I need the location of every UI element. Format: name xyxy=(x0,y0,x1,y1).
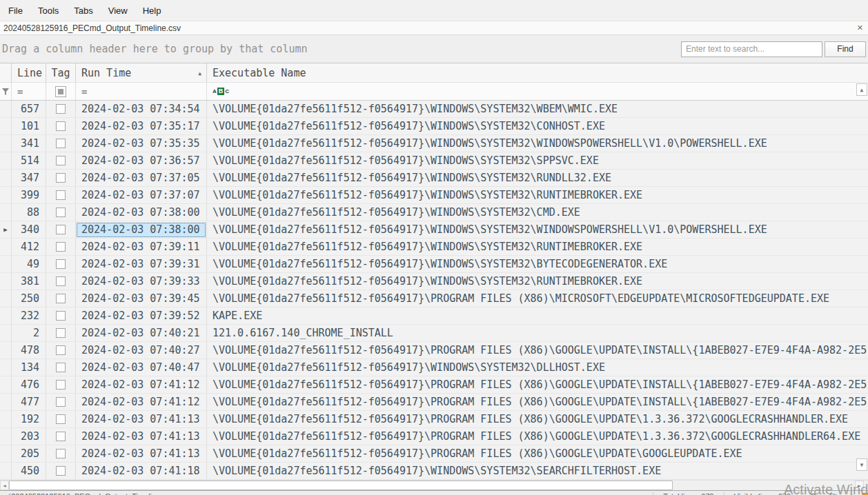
run-time-cell[interactable]: 2024-02-03 07:37:05 xyxy=(76,170,207,186)
run-time-cell[interactable]: 2024-02-03 07:35:35 xyxy=(76,135,207,152)
table-row[interactable]: 399 2024-02-03 07:37:07 \VOLUME{01da27fe… xyxy=(0,187,868,204)
scroll-left-button[interactable]: ◄ xyxy=(0,481,9,490)
table-row[interactable]: 203 2024-02-03 07:41:13 \VOLUME{01da27fe… xyxy=(0,428,868,445)
table-row[interactable]: 88 2024-02-03 07:38:00 \VOLUME{01da27fe5… xyxy=(0,204,868,221)
table-row[interactable]: 192 2024-02-03 07:41:13 \VOLUME{01da27fe… xyxy=(0,411,868,428)
tag-checkbox[interactable] xyxy=(56,104,66,114)
run-time-cell[interactable]: 2024-02-03 07:39:33 xyxy=(76,273,207,290)
run-time-cell[interactable]: 2024-02-03 07:38:00 xyxy=(76,221,207,238)
run-time-cell[interactable]: 2024-02-03 07:41:13 xyxy=(76,411,207,427)
run-time-cell[interactable]: 2024-02-03 07:41:18 xyxy=(76,463,207,479)
run-time-value: 2024-02-03 07:41:12 xyxy=(77,395,206,410)
table-row[interactable]: 381 2024-02-03 07:39:33 \VOLUME{01da27fe… xyxy=(0,273,868,290)
horizontal-scroll-track[interactable] xyxy=(673,481,855,490)
run-time-cell[interactable]: 2024-02-03 07:34:54 xyxy=(76,101,207,117)
table-row[interactable]: ▶ 340 2024-02-03 07:38:00 \VOLUME{01da27… xyxy=(0,221,868,239)
run-time-cell[interactable]: 2024-02-03 07:38:00 xyxy=(76,204,207,221)
tag-checkbox[interactable] xyxy=(56,311,66,321)
row-indicator-gutter xyxy=(0,428,12,445)
tag-checkbox[interactable] xyxy=(56,156,66,165)
table-row[interactable]: 476 2024-02-03 07:41:12 \VOLUME{01da27fe… xyxy=(0,376,868,394)
run-time-cell[interactable]: 2024-02-03 07:39:45 xyxy=(76,290,207,307)
tag-checkbox[interactable] xyxy=(56,363,66,372)
tag-checkbox[interactable] xyxy=(56,190,66,200)
filter-executable[interactable]: ABC xyxy=(207,83,868,100)
table-row[interactable]: 250 2024-02-03 07:39:45 \VOLUME{01da27fe… xyxy=(0,290,868,307)
menu-view[interactable]: View xyxy=(101,2,135,19)
table-row[interactable]: 232 2024-02-03 07:39:52 KAPE.EXE xyxy=(0,307,868,325)
status-visible-lines: Visible lines: 679 xyxy=(724,492,800,495)
tag-checkbox[interactable] xyxy=(56,139,66,148)
run-time-cell[interactable]: 2024-02-03 07:40:47 xyxy=(76,359,207,376)
executable-name-cell: \VOLUME{01da27fe5611f512-f0564917}\PROGR… xyxy=(207,290,868,307)
tag-checkbox[interactable] xyxy=(56,173,66,183)
table-row[interactable]: 412 2024-02-03 07:39:11 \VOLUME{01da27fe… xyxy=(0,239,868,256)
search-input[interactable] xyxy=(681,41,822,57)
tag-checkbox[interactable] xyxy=(56,225,66,234)
run-time-value: 2024-02-03 07:34:54 xyxy=(77,102,206,117)
row-indicator-gutter xyxy=(0,307,12,324)
table-row[interactable]: 134 2024-02-03 07:40:47 \VOLUME{01da27fe… xyxy=(0,359,868,376)
run-time-cell[interactable]: 2024-02-03 07:35:17 xyxy=(76,118,207,134)
tag-checkbox[interactable] xyxy=(56,449,66,458)
table-row[interactable]: 341 2024-02-03 07:35:35 \VOLUME{01da27fe… xyxy=(0,135,868,152)
table-row[interactable]: 514 2024-02-03 07:36:57 \VOLUME{01da27fe… xyxy=(0,152,868,170)
run-time-cell[interactable]: 2024-02-03 07:36:57 xyxy=(76,152,207,169)
find-button[interactable]: Find xyxy=(825,41,866,57)
tag-checkbox[interactable] xyxy=(56,208,66,217)
tag-checkbox[interactable] xyxy=(56,466,66,476)
run-time-cell[interactable]: 2024-02-03 07:41:12 xyxy=(76,394,207,410)
tag-checkbox[interactable] xyxy=(56,259,66,269)
filter-run-time[interactable]: = xyxy=(76,83,207,100)
run-time-cell[interactable]: 2024-02-03 07:39:52 xyxy=(76,307,207,324)
tag-checkbox[interactable] xyxy=(56,242,66,252)
tag-checkbox[interactable] xyxy=(56,294,66,303)
run-time-cell[interactable]: 2024-02-03 07:37:07 xyxy=(76,187,207,203)
tab-csv-file[interactable]: 20240528125916_PECmd_Output_Timeline.csv xyxy=(3,23,181,33)
table-row[interactable]: 49 2024-02-03 07:39:31 \VOLUME{01da27fe5… xyxy=(0,256,868,273)
run-time-cell[interactable]: 2024-02-03 07:41:12 xyxy=(76,376,207,393)
tag-checkbox[interactable] xyxy=(56,414,66,424)
table-row[interactable]: 657 2024-02-03 07:34:54 \VOLUME{01da27fe… xyxy=(0,101,868,118)
tag-checkbox[interactable] xyxy=(56,397,66,407)
column-header-tag[interactable]: Tag xyxy=(46,63,76,82)
table-row[interactable]: 205 2024-02-03 07:41:13 \VOLUME{01da27fe… xyxy=(0,445,868,463)
tag-checkbox[interactable] xyxy=(56,432,66,441)
run-time-cell[interactable]: 2024-02-03 07:41:13 xyxy=(76,428,207,445)
tag-cell xyxy=(46,307,76,324)
menu-tools[interactable]: Tools xyxy=(30,2,66,19)
scroll-right-button[interactable]: ► xyxy=(855,481,864,490)
table-row[interactable]: 347 2024-02-03 07:37:05 \VOLUME{01da27fe… xyxy=(0,170,868,187)
tag-checkbox[interactable] xyxy=(56,328,66,338)
menu-help[interactable]: Help xyxy=(135,2,169,19)
horizontal-scroll-thumb[interactable] xyxy=(9,481,673,490)
tag-checkbox[interactable] xyxy=(56,121,66,131)
abc-text-filter-icon: ABC xyxy=(213,88,229,95)
table-row[interactable]: 477 2024-02-03 07:41:12 \VOLUME{01da27fe… xyxy=(0,394,868,411)
column-header-line[interactable]: Line xyxy=(12,63,46,82)
column-header-run-time[interactable]: Run Time ▲ xyxy=(76,63,207,82)
filter-tag[interactable] xyxy=(46,83,76,100)
menu-file[interactable]: File xyxy=(1,2,30,19)
run-time-cell[interactable]: 2024-02-03 07:40:27 xyxy=(76,342,207,358)
table-row[interactable]: 101 2024-02-03 07:35:17 \VOLUME{01da27fe… xyxy=(0,118,868,135)
close-icon[interactable]: ✕ xyxy=(857,24,863,32)
equals-icon: = xyxy=(81,86,87,97)
menu-tabs[interactable]: Tabs xyxy=(66,2,100,19)
run-time-cell[interactable]: 2024-02-03 07:39:11 xyxy=(76,239,207,255)
filter-line[interactable]: = xyxy=(12,83,46,100)
table-row[interactable]: 2 2024-02-03 07:40:21 121.0.6167.140_CHR… xyxy=(0,325,868,342)
executable-name-cell: \VOLUME{01da27fe5611f512-f0564917}\WINDO… xyxy=(207,135,868,152)
run-time-cell[interactable]: 2024-02-03 07:41:13 xyxy=(76,445,207,462)
run-time-cell[interactable]: 2024-02-03 07:40:21 xyxy=(76,325,207,341)
table-row[interactable]: 478 2024-02-03 07:40:27 \VOLUME{01da27fe… xyxy=(0,342,868,359)
table-row[interactable]: 450 2024-02-03 07:41:18 \VOLUME{01da27fe… xyxy=(0,463,868,480)
line-cell: 88 xyxy=(12,204,46,221)
tag-checkbox[interactable] xyxy=(56,276,66,286)
column-header-executable[interactable]: Executable Name xyxy=(207,63,868,82)
tag-checkbox[interactable] xyxy=(56,345,66,355)
row-indicator-gutter xyxy=(0,152,12,169)
run-time-cell[interactable]: 2024-02-03 07:39:31 xyxy=(76,256,207,272)
line-cell: 399 xyxy=(12,187,46,203)
tag-checkbox[interactable] xyxy=(56,380,66,390)
